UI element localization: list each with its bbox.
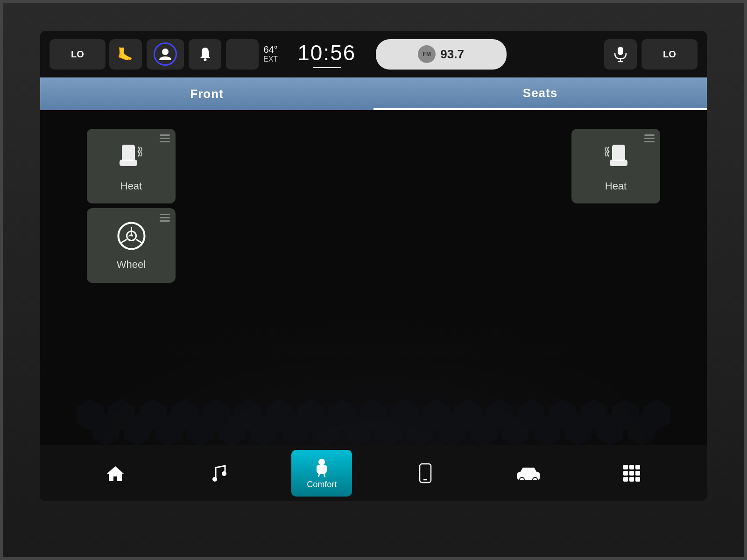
- grid-icon: [622, 464, 641, 483]
- radio-station: 93.7: [440, 47, 464, 62]
- seat-right-svg: [599, 140, 632, 173]
- left-buttons-group: Heat: [87, 129, 176, 283]
- svg-rect-63: [635, 465, 640, 469]
- svg-point-1: [162, 49, 169, 55]
- svg-point-53: [212, 477, 217, 482]
- tab-front[interactable]: Front: [40, 77, 374, 110]
- right-lo-button[interactable]: LO: [641, 39, 698, 70]
- mic-button[interactable]: [604, 39, 637, 70]
- radio-band-indicator: FM: [418, 45, 436, 63]
- svg-rect-62: [629, 465, 634, 469]
- svg-marker-52: [107, 466, 124, 481]
- clock: 10:56: [282, 40, 371, 65]
- phone-icon: [419, 463, 432, 483]
- svg-rect-44: [120, 160, 137, 166]
- nav-home-button[interactable]: [85, 450, 146, 497]
- svg-rect-43: [122, 145, 135, 161]
- svg-rect-67: [623, 477, 628, 482]
- music-icon: [210, 464, 227, 483]
- left-lo-button[interactable]: LO: [49, 39, 106, 70]
- bottom-nav: Comfort: [40, 445, 707, 501]
- svg-rect-66: [635, 471, 640, 476]
- svg-point-54: [222, 471, 226, 476]
- wheel-label: Wheel: [117, 259, 146, 271]
- tab-seats[interactable]: Seats: [374, 77, 707, 110]
- comfort-icon: [312, 457, 331, 477]
- svg-rect-58: [517, 472, 540, 480]
- home-icon: [106, 464, 125, 482]
- heat-right-button[interactable]: Heat: [571, 129, 660, 203]
- heat-icon-button[interactable]: 🦶: [109, 39, 142, 70]
- bezel: LO 🦶: [0, 0, 747, 560]
- time-underline: [313, 67, 341, 68]
- wheel-heat-icon: [116, 221, 147, 255]
- seat-heat-right-icon: [599, 140, 632, 176]
- profile-button[interactable]: [147, 39, 184, 70]
- screen: LO 🦶: [40, 31, 707, 501]
- nav-grid-button[interactable]: [601, 450, 662, 497]
- svg-point-55: [318, 459, 325, 465]
- hex-background: [40, 315, 707, 445]
- bell-icon: [197, 46, 213, 63]
- seat-left-svg: [115, 140, 148, 173]
- svg-rect-64: [623, 471, 628, 476]
- temperature-display: 64° EXT: [263, 44, 278, 63]
- nav-phone-button[interactable]: [395, 450, 456, 497]
- notification-button[interactable]: [189, 39, 221, 70]
- tab-bar: Front Seats: [40, 77, 707, 110]
- hex-pattern-svg: [49, 324, 698, 445]
- seat-heat-left-icon: [115, 140, 148, 176]
- svg-rect-61: [623, 465, 628, 469]
- mic-icon: [613, 46, 627, 63]
- heat-left-label: Heat: [120, 180, 142, 192]
- svg-text:🦶: 🦶: [117, 47, 134, 62]
- right-buttons-group: Heat: [571, 129, 660, 203]
- car-icon: [516, 465, 541, 482]
- main-content: Heat: [40, 110, 707, 445]
- right-lo-label: LO: [663, 49, 676, 60]
- heat-right-label: Heat: [605, 180, 627, 192]
- empty-button[interactable]: [226, 39, 259, 70]
- nav-music-button[interactable]: [188, 450, 249, 497]
- svg-rect-50: [612, 145, 625, 161]
- svg-line-49: [136, 239, 142, 243]
- radio-band: FM: [423, 51, 431, 57]
- time-display: 10:56: [282, 40, 371, 68]
- comfort-label: Comfort: [307, 480, 337, 490]
- menu-lines-left: [160, 134, 170, 142]
- nav-car-button[interactable]: [498, 450, 559, 497]
- svg-rect-51: [610, 160, 627, 166]
- svg-line-48: [120, 239, 127, 243]
- profile-icon-circle: [154, 42, 177, 66]
- hex-grid: [40, 315, 707, 445]
- menu-lines-wheel: [160, 214, 170, 222]
- left-lo-label: LO: [71, 49, 84, 60]
- left-lo-area: LO 🦶: [49, 39, 142, 70]
- menu-lines-right: [644, 134, 655, 142]
- nav-comfort-button[interactable]: Comfort: [291, 450, 352, 497]
- svg-rect-3: [618, 47, 623, 55]
- svg-rect-65: [629, 471, 634, 476]
- radio-button[interactable]: FM 93.7: [376, 39, 507, 70]
- svg-rect-69: [635, 477, 640, 482]
- svg-point-2: [204, 58, 206, 61]
- person-icon: [158, 47, 172, 61]
- seat-heat-icon: 🦶: [116, 45, 135, 63]
- status-bar: LO 🦶: [40, 31, 707, 77]
- wheel-heat-button[interactable]: Wheel: [87, 208, 176, 283]
- heat-left-button[interactable]: Heat: [87, 129, 176, 203]
- wheel-svg: [116, 221, 147, 251]
- svg-rect-68: [629, 477, 634, 482]
